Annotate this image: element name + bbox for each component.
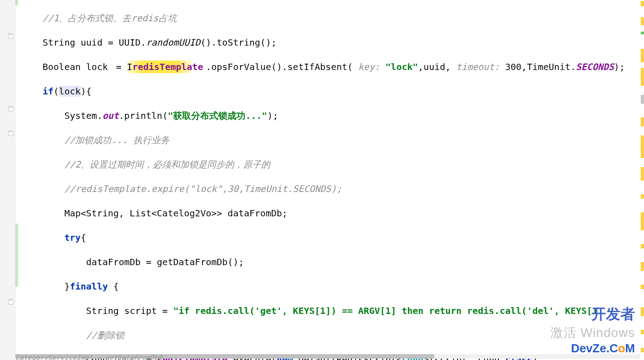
error-stripe[interactable] xyxy=(640,0,644,360)
fold-toggle-icon[interactable] xyxy=(8,299,14,304)
code-editor[interactable]: //1、占分布式锁。去redis占坑 String uuid = UUID.ra… xyxy=(15,0,640,354)
fold-toggle-icon[interactable] xyxy=(8,106,14,112)
breadcrumb[interactable]: CategoryServiceImpl › getDataFromDb0 xyxy=(15,354,162,360)
fold-toggle-icon[interactable] xyxy=(8,131,14,136)
fold-toggle-icon[interactable] xyxy=(8,33,14,39)
editor-gutter xyxy=(0,0,15,360)
